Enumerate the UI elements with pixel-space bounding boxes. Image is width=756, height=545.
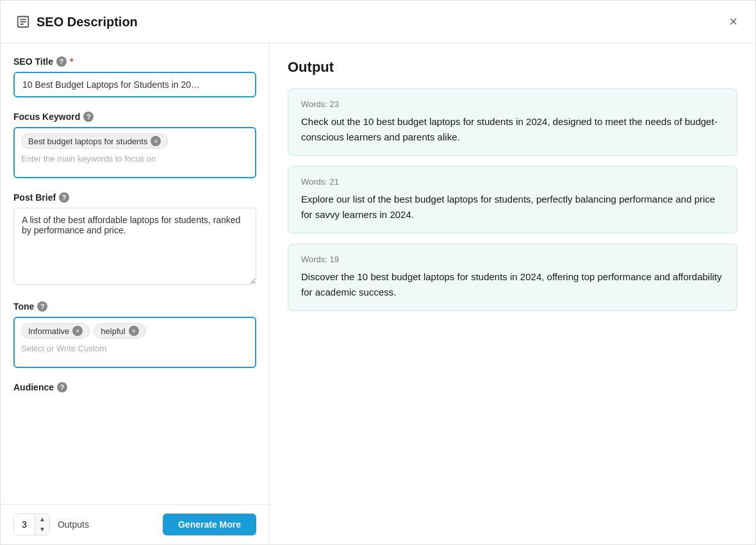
- outputs-label: Outputs: [58, 519, 89, 530]
- document-icon: [16, 15, 30, 29]
- left-scroll-area: SEO Title ? * Focus Keyword ?: [1, 44, 269, 504]
- remove-tone-helpful-button[interactable]: ×: [129, 326, 139, 336]
- tone-input[interactable]: Informative × helpful × Select or Write …: [13, 317, 256, 368]
- seo-title-label-row: SEO Title ? *: [13, 56, 256, 67]
- modal-header: SEO Description ×: [1, 1, 755, 44]
- tag-label: Best budget laptops for students: [28, 137, 147, 146]
- post-brief-label-row: Post Brief ?: [13, 192, 256, 203]
- tone-label: Tone: [13, 301, 34, 312]
- focus-keyword-tags-row: Best budget laptops for students ×: [21, 133, 249, 149]
- left-bottom-bar: 3 ▲ ▼ Outputs Generate More: [1, 504, 269, 544]
- focus-keyword-placeholder: Enter the main keywords to focus on: [21, 153, 249, 165]
- tone-tag-informative: Informative ×: [21, 323, 90, 339]
- post-brief-textarea[interactable]: A list of the best affordable laptops fo…: [13, 208, 256, 285]
- output-title: Output: [288, 59, 737, 76]
- output-card-3-text: Discover the 10 best budget laptops for …: [301, 269, 724, 300]
- seo-title-required: *: [70, 56, 73, 67]
- focus-keyword-help-icon[interactable]: ?: [83, 112, 94, 122]
- remove-tone-informative-button[interactable]: ×: [72, 326, 83, 336]
- post-brief-label: Post Brief: [13, 192, 56, 203]
- modal-body: SEO Title ? * Focus Keyword ?: [1, 44, 755, 544]
- output-card-1-text: Check out the 10 best budget laptops for…: [301, 114, 724, 145]
- seo-description-modal: SEO Description × SEO Title ? *: [0, 0, 756, 545]
- tone-label-row: Tone ?: [13, 301, 256, 312]
- tone-help-icon[interactable]: ?: [37, 301, 47, 312]
- tone-group: Tone ? Informative × helpful ×: [13, 301, 256, 368]
- output-card-2-words: Words: 21: [301, 177, 724, 187]
- tone-tag-helpful: helpful ×: [94, 323, 145, 339]
- seo-title-group: SEO Title ? *: [13, 56, 256, 97]
- output-card-2-text: Explore our list of the best budget lapt…: [301, 192, 724, 222]
- output-card-2: Words: 21 Explore our list of the best b…: [288, 166, 737, 233]
- stepper-down-button[interactable]: ▼: [35, 524, 49, 535]
- audience-group: Audience ?: [13, 382, 256, 392]
- focus-keyword-label: Focus Keyword: [13, 112, 80, 122]
- outputs-value: 3: [14, 515, 35, 534]
- outputs-stepper[interactable]: 3 ▲ ▼: [13, 514, 50, 535]
- output-card-1-words: Words: 23: [301, 99, 724, 109]
- output-card-3: Words: 19 Discover the 10 best budget la…: [288, 244, 737, 311]
- header-left: SEO Description: [16, 15, 138, 29]
- post-brief-help-icon[interactable]: ?: [59, 192, 69, 203]
- output-card-1: Words: 23 Check out the 10 best budget l…: [288, 88, 737, 156]
- focus-keyword-tag-1: Best budget laptops for students ×: [21, 133, 168, 149]
- right-panel: Output Words: 23 Check out the 10 best b…: [270, 44, 755, 544]
- audience-label-row: Audience ?: [13, 382, 256, 392]
- generate-more-button[interactable]: Generate More: [163, 514, 256, 535]
- close-button[interactable]: ×: [727, 12, 740, 31]
- left-panel: SEO Title ? * Focus Keyword ?: [1, 44, 270, 544]
- audience-help-icon[interactable]: ?: [57, 382, 67, 392]
- output-card-3-words: Words: 19: [301, 255, 724, 264]
- remove-tag-1-button[interactable]: ×: [151, 136, 161, 146]
- post-brief-group: Post Brief ? A list of the best affordab…: [13, 192, 256, 287]
- tone-placeholder: Select or Write Custom: [21, 342, 249, 355]
- focus-keyword-group: Focus Keyword ? Best budget laptops for …: [13, 112, 256, 178]
- modal-title: SEO Description: [37, 15, 138, 29]
- seo-title-input[interactable]: [13, 72, 256, 97]
- stepper-arrows: ▲ ▼: [35, 514, 49, 535]
- focus-keyword-input[interactable]: Best budget laptops for students × Enter…: [13, 127, 256, 178]
- tone-tag-informative-label: Informative: [28, 326, 69, 336]
- stepper-up-button[interactable]: ▲: [35, 514, 49, 524]
- focus-keyword-label-row: Focus Keyword ?: [13, 112, 256, 122]
- seo-title-help-icon[interactable]: ?: [56, 56, 67, 67]
- seo-title-label: SEO Title: [13, 56, 53, 67]
- tone-tag-helpful-label: helpful: [101, 326, 125, 336]
- audience-label: Audience: [13, 382, 54, 392]
- tone-tags-row: Informative × helpful ×: [21, 323, 249, 339]
